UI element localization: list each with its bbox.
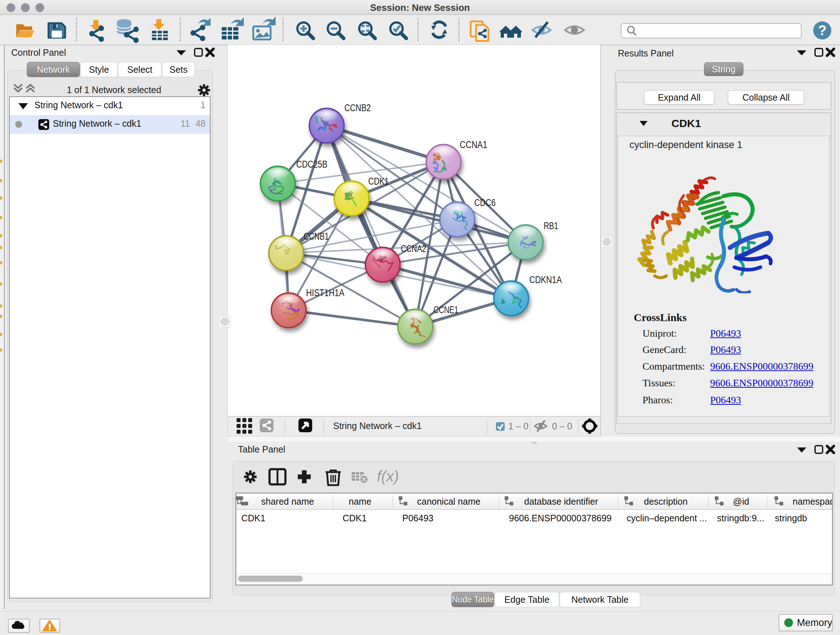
svg-text:CCNE1: CCNE1 — [433, 304, 458, 315]
svg-text:CDC25B: CDC25B — [296, 159, 327, 170]
svg-text:CDC6: CDC6 — [474, 197, 496, 208]
svg-text:CDK1: CDK1 — [368, 176, 389, 187]
svg-text:CCNA2: CCNA2 — [401, 243, 426, 254]
svg-text:RB1: RB1 — [544, 220, 558, 231]
svg-text:CCNB1: CCNB1 — [303, 231, 329, 242]
svg-text:0 – 0: 0 – 0 — [552, 421, 572, 431]
svg-text:1 – 0: 1 – 0 — [508, 421, 529, 431]
svg-text:?: ? — [818, 23, 826, 38]
svg-text:CCNB2: CCNB2 — [344, 103, 371, 113]
svg-text:CDKN1A: CDKN1A — [529, 274, 562, 285]
svg-text:f(x): f(x) — [377, 468, 399, 485]
svg-text:HIST1H1A: HIST1H1A — [306, 287, 344, 298]
svg-text:CCNA1: CCNA1 — [460, 139, 487, 150]
